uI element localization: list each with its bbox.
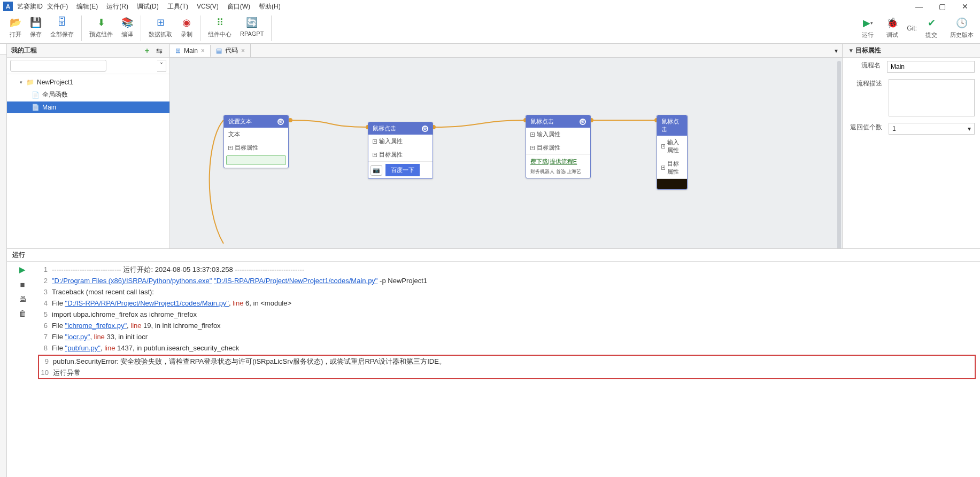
node-edit-field[interactable] xyxy=(226,155,286,165)
node-mouse-click-1[interactable]: 鼠标点击⊕ +输入属性 +目标属性 📷百度一下 xyxy=(368,122,433,179)
toolbar-history-button[interactable]: 🕓历史版本 xyxy=(946,16,978,40)
console-title: 运行 xyxy=(12,251,25,260)
console-line: 3Traceback (most recent call last): xyxy=(38,286,980,298)
prop-name-input[interactable] xyxy=(887,61,975,73)
brand-text: 艺赛旗ID xyxy=(17,2,43,11)
props-panel-title: 目标属性 xyxy=(855,46,881,55)
expand-icon[interactable]: + xyxy=(661,144,665,148)
collapse-icon[interactable]: ▾ xyxy=(847,46,855,55)
rail-tab[interactable] xyxy=(0,44,6,54)
expand-icon[interactable]: + xyxy=(228,146,233,150)
add-icon[interactable]: ＋ xyxy=(141,45,153,57)
app-logo: A xyxy=(3,2,13,11)
prop-desc-input[interactable] xyxy=(889,79,975,116)
menu-vcs[interactable]: VCS(V) xyxy=(192,1,223,12)
close-icon[interactable]: × xyxy=(241,47,245,54)
search-dropdown-icon[interactable]: ˅ xyxy=(157,60,166,72)
menu-run[interactable]: 运行(R) xyxy=(102,1,133,13)
prop-return-select[interactable]: 1 ▾ xyxy=(889,123,975,135)
port-icon[interactable]: ⊕ xyxy=(580,119,586,125)
close-icon[interactable]: × xyxy=(201,47,205,54)
window-close-icon[interactable]: ✕ xyxy=(959,1,971,12)
console-line: 6 File "ichrome_firefox.py", line 19, in… xyxy=(38,320,980,331)
tab-main[interactable]: ⊞ Main × xyxy=(170,45,211,57)
tree-item-main[interactable]: 📄 Main xyxy=(7,101,169,113)
menu-tools[interactable]: 工具(T) xyxy=(163,1,192,13)
props-panel-header: ▾ 目标属性 xyxy=(843,44,980,58)
toolbar-component-center-button[interactable]: ⠿组件中心 xyxy=(204,15,236,40)
node-set-text[interactable]: 设置文本⊕ 文本 +目标属性 xyxy=(223,115,289,168)
console-trash-icon[interactable]: 🗑 xyxy=(19,309,27,318)
project-panel-title: 我的工程 xyxy=(11,46,37,55)
menu-window[interactable]: 窗口(W) xyxy=(223,1,254,13)
file-link[interactable]: "pubfun.py" xyxy=(65,344,101,352)
node-title: 鼠标点击 xyxy=(373,124,396,132)
toolbar-open-button[interactable]: 📂打开 xyxy=(5,15,26,40)
window-minimize-icon[interactable]: — xyxy=(912,1,926,12)
node-row: 输入属性 xyxy=(537,130,560,138)
console-line: 7 File "iocr.py", line 33, in init iocr xyxy=(38,331,980,342)
menu-help[interactable]: 帮助(H) xyxy=(254,1,285,13)
window-maximize-icon[interactable]: ▢ xyxy=(936,1,949,12)
file-link[interactable]: "D:/IS-RPA/RPA/Project/NewProject1/codes… xyxy=(214,277,377,285)
project-search-input[interactable] xyxy=(10,60,106,72)
toolbar-record-button[interactable]: ◉录制 xyxy=(176,15,197,40)
toolbar-debug-button[interactable]: 🐞调试 xyxy=(882,16,902,40)
tab-label: 代码 xyxy=(225,46,238,55)
file-link[interactable]: "D:/Program Files (x86)/ISRPA/Python/pyt… xyxy=(52,277,212,285)
toolbar-data-grab-button[interactable]: ⊞数据抓取 xyxy=(144,15,176,40)
console-stop-icon[interactable]: ■ xyxy=(20,280,25,289)
menu-edit[interactable]: 编辑(E) xyxy=(72,1,102,13)
port-icon[interactable]: ⊕ xyxy=(277,119,284,125)
node-mouse-click-3[interactable]: 鼠标点击 +输入属性 +目标属性 xyxy=(657,115,688,190)
file-link[interactable]: "ichrome_firefox.py" xyxy=(65,322,127,330)
console-run-icon[interactable]: ▶ xyxy=(19,265,26,275)
console-output[interactable]: 1------------------------------ 运行开始: 20… xyxy=(38,262,980,477)
expand-icon[interactable]: + xyxy=(530,132,535,137)
node-row: 目标属性 xyxy=(235,144,258,152)
prop-name-label: 流程名 xyxy=(848,61,887,70)
file-link[interactable]: "D:/IS-RPA/RPA/Project/NewProject1/codes… xyxy=(65,299,229,307)
camera-icon: 📷 xyxy=(371,165,382,176)
editor-tabs: ⊞ Main × ▤ 代码 × ▾ xyxy=(170,44,842,58)
menu-debug[interactable]: 调试(D) xyxy=(133,1,163,13)
toolbar-run-button[interactable]: ▶▾运行 xyxy=(858,16,878,40)
tree-item-label: 全局函数 xyxy=(42,90,68,99)
tree-item-global-funcs[interactable]: 📄 全局函数 xyxy=(7,88,169,101)
tabs-overflow-icon[interactable]: ▾ xyxy=(830,47,842,54)
node-mouse-click-2[interactable]: 鼠标点击⊕ +输入属性 +目标属性 费下载|提供流程E 财务机器人 首选 上海艺 xyxy=(526,115,591,178)
preview-footer: 财务机器人 首选 上海艺 xyxy=(526,168,590,178)
menu-file[interactable]: 文件(F) xyxy=(43,1,72,13)
node-row: 目标属性 xyxy=(537,144,560,152)
node-title: 设置文本 xyxy=(228,118,252,126)
error-frame: 9pubfun.SecurityError: 安全校验失败，请检查RPA登录状态… xyxy=(38,355,976,379)
node-row: 目标属性 xyxy=(667,160,683,176)
git-label: Git: xyxy=(907,25,917,32)
toolbar-rpagpt-button[interactable]: 🔄RPAGPT xyxy=(236,15,268,38)
tab-label: Main xyxy=(184,47,198,54)
chevron-down-icon: ▾ xyxy=(968,125,971,132)
file-link[interactable]: "iocr.py" xyxy=(65,333,90,341)
toolbar-save-button[interactable]: 💾保存 xyxy=(26,15,46,40)
prop-desc-label: 流程描述 xyxy=(848,79,889,88)
expand-icon[interactable]: + xyxy=(373,139,377,144)
tab-code[interactable]: ▤ 代码 × xyxy=(211,44,251,57)
tree-item-label: Main xyxy=(42,104,56,111)
console-line: 8 File "pubfun.py", line 1437, in pubfun… xyxy=(38,342,980,354)
tree-root[interactable]: ▾ 📁 NewProject1 xyxy=(7,76,169,88)
preview-dark xyxy=(657,178,687,189)
toolbar-compile-button[interactable]: 📚编译 xyxy=(117,15,137,40)
console-line: 9pubfun.SecurityError: 安全校验失败，请检查RPA登录状态… xyxy=(39,356,975,367)
expand-icon[interactable]: + xyxy=(373,153,377,157)
expand-icon[interactable]: + xyxy=(661,166,665,170)
toolbar-submit-button[interactable]: ✔提交 xyxy=(921,16,942,40)
menu-bar: A 艺赛旗ID 文件(F) 编辑(E) 运行(R) 调试(D) 工具(T) VC… xyxy=(0,0,980,13)
filter-icon[interactable]: ⇆ xyxy=(153,45,165,56)
toolbar-preview-button[interactable]: ⬇预览组件 xyxy=(85,15,117,40)
file-icon: 📄 xyxy=(32,91,40,99)
expand-icon[interactable]: + xyxy=(530,146,535,150)
toolbar-save-all-button[interactable]: 🗄全部保存 xyxy=(46,15,78,40)
console-print-icon[interactable]: 🖶 xyxy=(19,294,27,303)
console-line: 10运行异常 xyxy=(39,367,975,378)
port-icon[interactable]: ⊕ xyxy=(422,126,428,132)
